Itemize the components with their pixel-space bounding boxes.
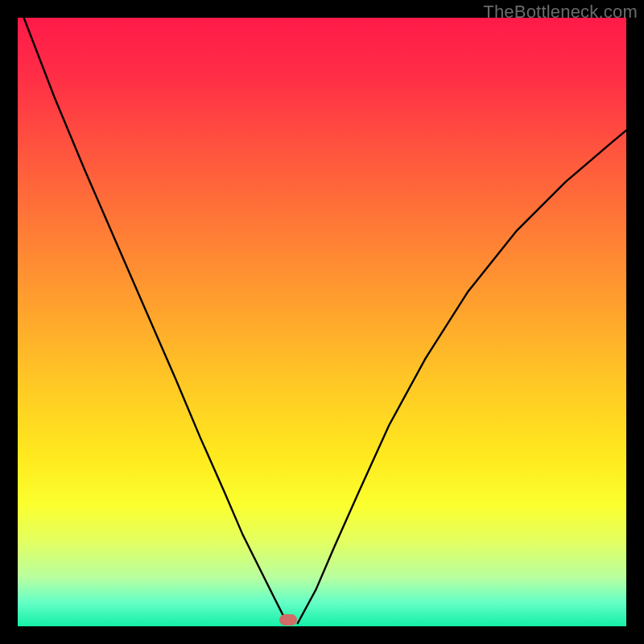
outer-frame: TheBottleneck.com <box>0 0 644 644</box>
plot-area <box>18 18 626 626</box>
bottleneck-curve <box>18 18 626 626</box>
curve-right-branch <box>298 130 626 623</box>
curve-left-branch <box>24 18 289 623</box>
optimum-marker <box>279 614 297 625</box>
